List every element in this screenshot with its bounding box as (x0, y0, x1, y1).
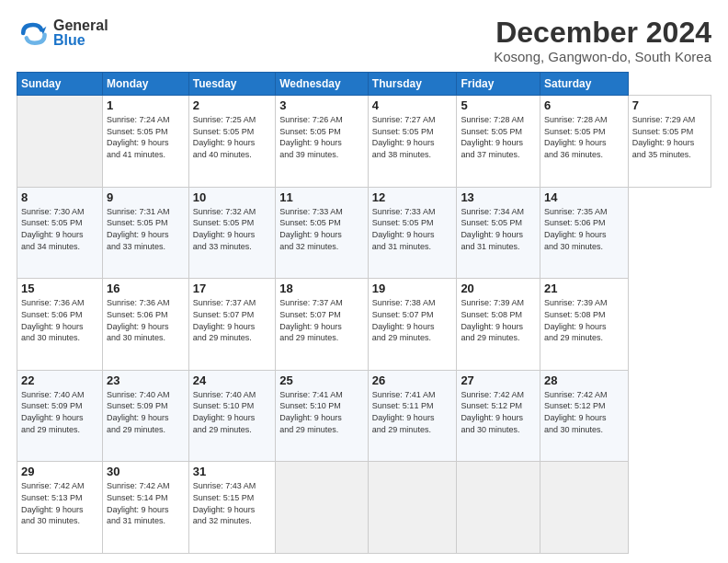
day-cell-27: 27Sunrise: 7:42 AM Sunset: 5:12 PM Dayli… (457, 370, 540, 462)
day-number: 30 (107, 465, 185, 478)
day-info: Sunrise: 7:35 AM Sunset: 5:06 PM Dayligh… (544, 206, 624, 252)
day-info: Sunrise: 7:42 AM Sunset: 5:12 PM Dayligh… (544, 389, 624, 435)
day-number: 20 (461, 282, 536, 295)
day-number: 11 (279, 190, 364, 204)
day-cell-1: 1Sunrise: 7:24 AM Sunset: 5:05 PM Daylig… (103, 96, 189, 188)
header-cell-sunday: Sunday (17, 73, 103, 96)
day-info: Sunrise: 7:37 AM Sunset: 5:07 PM Dayligh… (279, 297, 364, 343)
logo-blue: Blue (53, 33, 108, 48)
day-number: 3 (279, 98, 364, 112)
day-number: 2 (193, 98, 271, 112)
day-cell-4: 4Sunrise: 7:27 AM Sunset: 5:05 PM Daylig… (368, 96, 457, 188)
day-info: Sunrise: 7:34 AM Sunset: 5:05 PM Dayligh… (461, 206, 536, 252)
day-cell-11: 11Sunrise: 7:33 AM Sunset: 5:05 PM Dayli… (276, 187, 369, 279)
day-info: Sunrise: 7:36 AM Sunset: 5:06 PM Dayligh… (107, 297, 185, 343)
day-number: 17 (193, 282, 271, 295)
day-number: 26 (372, 373, 453, 387)
day-cell-31: 31Sunrise: 7:43 AM Sunset: 5:15 PM Dayli… (188, 462, 275, 554)
day-info: Sunrise: 7:32 AM Sunset: 5:05 PM Dayligh… (193, 206, 271, 252)
day-number: 27 (461, 373, 536, 387)
week-row-3: 22Sunrise: 7:40 AM Sunset: 5:09 PM Dayli… (17, 370, 711, 462)
day-cell-6: 6Sunrise: 7:28 AM Sunset: 5:05 PM Daylig… (540, 96, 628, 188)
day-cell-13: 13Sunrise: 7:34 AM Sunset: 5:05 PM Dayli… (457, 187, 540, 279)
logo-general: General (53, 18, 108, 33)
day-info: Sunrise: 7:42 AM Sunset: 5:13 PM Dayligh… (21, 480, 98, 526)
day-info: Sunrise: 7:28 AM Sunset: 5:05 PM Dayligh… (461, 114, 536, 160)
day-cell-17: 17Sunrise: 7:37 AM Sunset: 5:07 PM Dayli… (188, 279, 275, 371)
day-number: 5 (461, 98, 536, 112)
day-cell-3: 3Sunrise: 7:26 AM Sunset: 5:05 PM Daylig… (276, 96, 369, 188)
day-cell-25: 25Sunrise: 7:41 AM Sunset: 5:10 PM Dayli… (276, 370, 369, 462)
day-cell-7: 7Sunrise: 7:29 AM Sunset: 5:05 PM Daylig… (628, 96, 711, 188)
day-cell-29: 29Sunrise: 7:42 AM Sunset: 5:13 PM Dayli… (17, 462, 103, 554)
day-cell-21: 21Sunrise: 7:39 AM Sunset: 5:08 PM Dayli… (540, 279, 628, 371)
day-number: 13 (461, 190, 536, 204)
day-number: 8 (21, 190, 98, 204)
day-number: 25 (279, 373, 364, 387)
day-number: 31 (193, 465, 271, 478)
day-info: Sunrise: 7:37 AM Sunset: 5:07 PM Dayligh… (193, 297, 271, 343)
day-info: Sunrise: 7:40 AM Sunset: 5:10 PM Dayligh… (193, 389, 271, 435)
title-block: December 2024 Kosong, Gangwon-do, South … (494, 17, 711, 64)
day-info: Sunrise: 7:25 AM Sunset: 5:05 PM Dayligh… (193, 114, 271, 160)
day-cell-8: 8Sunrise: 7:30 AM Sunset: 5:05 PM Daylig… (17, 187, 103, 279)
day-info: Sunrise: 7:42 AM Sunset: 5:14 PM Dayligh… (107, 480, 185, 526)
day-number: 18 (279, 282, 364, 295)
day-info: Sunrise: 7:43 AM Sunset: 5:15 PM Dayligh… (193, 480, 271, 526)
day-cell-22: 22Sunrise: 7:40 AM Sunset: 5:09 PM Dayli… (17, 370, 103, 462)
header-cell-wednesday: Wednesday (276, 73, 369, 96)
day-number: 1 (107, 98, 185, 112)
day-number: 23 (107, 373, 185, 387)
day-cell-2: 2Sunrise: 7:25 AM Sunset: 5:05 PM Daylig… (188, 96, 275, 188)
empty-cell (540, 462, 628, 554)
day-info: Sunrise: 7:40 AM Sunset: 5:09 PM Dayligh… (21, 389, 98, 435)
day-cell-15: 15Sunrise: 7:36 AM Sunset: 5:06 PM Dayli… (17, 279, 103, 371)
day-number: 14 (544, 190, 624, 204)
header-cell-thursday: Thursday (368, 73, 457, 96)
day-cell-18: 18Sunrise: 7:37 AM Sunset: 5:07 PM Dayli… (276, 279, 369, 371)
day-number: 29 (21, 465, 98, 478)
day-cell-5: 5Sunrise: 7:28 AM Sunset: 5:05 PM Daylig… (457, 96, 540, 188)
week-row-1: 8Sunrise: 7:30 AM Sunset: 5:05 PM Daylig… (17, 187, 711, 279)
day-cell-26: 26Sunrise: 7:41 AM Sunset: 5:11 PM Dayli… (368, 370, 457, 462)
day-info: Sunrise: 7:33 AM Sunset: 5:05 PM Dayligh… (372, 206, 453, 252)
day-info: Sunrise: 7:36 AM Sunset: 5:06 PM Dayligh… (21, 297, 98, 343)
week-row-0: 1Sunrise: 7:24 AM Sunset: 5:05 PM Daylig… (17, 96, 711, 188)
day-cell-14: 14Sunrise: 7:35 AM Sunset: 5:06 PM Dayli… (540, 187, 628, 279)
logo-text: General Blue (53, 18, 108, 48)
day-info: Sunrise: 7:27 AM Sunset: 5:05 PM Dayligh… (372, 114, 453, 160)
day-number: 6 (544, 98, 624, 112)
calendar-subtitle: Kosong, Gangwon-do, South Korea (494, 49, 711, 64)
day-number: 28 (544, 373, 624, 387)
day-info: Sunrise: 7:31 AM Sunset: 5:05 PM Dayligh… (107, 206, 185, 252)
calendar-table: SundayMondayTuesdayWednesdayThursdayFrid… (17, 72, 711, 554)
empty-cell (276, 462, 369, 554)
header-cell-monday: Monday (103, 73, 189, 96)
day-info: Sunrise: 7:41 AM Sunset: 5:11 PM Dayligh… (372, 389, 453, 435)
empty-cell (368, 462, 457, 554)
day-number: 24 (193, 373, 271, 387)
day-info: Sunrise: 7:28 AM Sunset: 5:05 PM Dayligh… (544, 114, 624, 160)
empty-cell (457, 462, 540, 554)
day-info: Sunrise: 7:26 AM Sunset: 5:05 PM Dayligh… (279, 114, 364, 160)
day-number: 21 (544, 282, 624, 295)
logo: General Blue (17, 17, 108, 50)
day-info: Sunrise: 7:39 AM Sunset: 5:08 PM Dayligh… (544, 297, 624, 343)
day-number: 16 (107, 282, 185, 295)
day-cell-24: 24Sunrise: 7:40 AM Sunset: 5:10 PM Dayli… (188, 370, 275, 462)
day-cell-30: 30Sunrise: 7:42 AM Sunset: 5:14 PM Dayli… (103, 462, 189, 554)
week-row-4: 29Sunrise: 7:42 AM Sunset: 5:13 PM Dayli… (17, 462, 711, 554)
day-cell-12: 12Sunrise: 7:33 AM Sunset: 5:05 PM Dayli… (368, 187, 457, 279)
day-cell-9: 9Sunrise: 7:31 AM Sunset: 5:05 PM Daylig… (103, 187, 189, 279)
header-cell-friday: Friday (457, 73, 540, 96)
day-number: 22 (21, 373, 98, 387)
day-cell-16: 16Sunrise: 7:36 AM Sunset: 5:06 PM Dayli… (103, 279, 189, 371)
empty-cell (17, 96, 103, 188)
day-number: 10 (193, 190, 271, 204)
header-cell-saturday: Saturday (540, 73, 628, 96)
day-cell-23: 23Sunrise: 7:40 AM Sunset: 5:09 PM Dayli… (103, 370, 189, 462)
header-row: SundayMondayTuesdayWednesdayThursdayFrid… (17, 73, 711, 96)
day-info: Sunrise: 7:38 AM Sunset: 5:07 PM Dayligh… (372, 297, 453, 343)
day-cell-28: 28Sunrise: 7:42 AM Sunset: 5:12 PM Dayli… (540, 370, 628, 462)
day-number: 15 (21, 282, 98, 295)
